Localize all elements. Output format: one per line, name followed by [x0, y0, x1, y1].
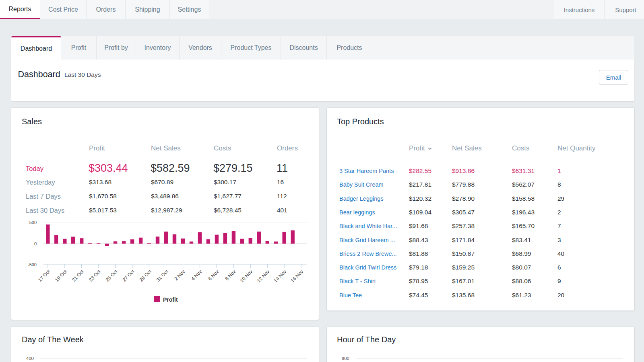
svg-text:8 Nov: 8 Nov	[224, 269, 237, 282]
svg-text:10 Nov: 10 Nov	[239, 269, 254, 284]
svg-text:2 Nov: 2 Nov	[173, 269, 186, 282]
svg-text:31 Oct: 31 Oct	[155, 269, 169, 283]
svg-text:29 Oct: 29 Oct	[138, 269, 153, 283]
svg-text:23 Oct: 23 Oct	[88, 269, 102, 283]
svg-text:12 Nov: 12 Nov	[256, 269, 271, 284]
svg-text:6 Nov: 6 Nov	[207, 269, 220, 282]
svg-text:19 Oct: 19 Oct	[54, 269, 68, 283]
svg-text:16 Nov: 16 Nov	[290, 269, 305, 284]
svg-text:-500: -500	[28, 262, 37, 267]
svg-text:800: 800	[342, 356, 349, 361]
svg-text:17 Oct: 17 Oct	[37, 269, 51, 283]
svg-text:0: 0	[34, 241, 37, 246]
svg-text:21 Oct: 21 Oct	[71, 269, 85, 283]
svg-text:400: 400	[26, 356, 34, 361]
svg-text:25 Oct: 25 Oct	[105, 269, 119, 283]
svg-text:4 Nov: 4 Nov	[190, 269, 203, 282]
svg-text:14 Nov: 14 Nov	[273, 269, 288, 284]
svg-text:500: 500	[29, 220, 37, 225]
svg-text:27 Oct: 27 Oct	[122, 269, 136, 283]
